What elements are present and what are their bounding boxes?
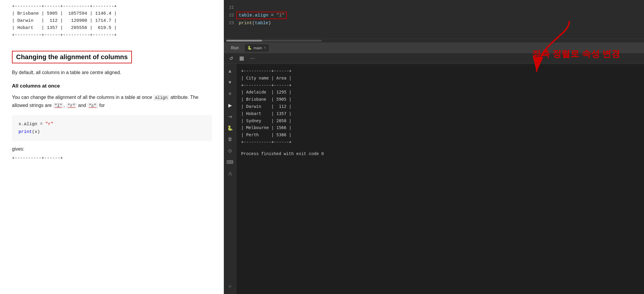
terminal-button[interactable]: ⌨	[225, 157, 235, 167]
tab-close-btn[interactable]: ×	[264, 46, 266, 50]
dot: .	[252, 13, 255, 18]
warning-button[interactable]: ⚠	[225, 169, 235, 178]
scroll-down-button[interactable]: ▼	[225, 78, 235, 87]
code-r: "r"	[66, 103, 77, 109]
run-button[interactable]: ▶	[225, 100, 235, 110]
line-content-23: print(table)	[239, 21, 271, 26]
code-align: align	[153, 95, 169, 101]
string-l: "l"	[276, 13, 284, 18]
python-sidebar-icon[interactable]: 🐍	[225, 123, 235, 133]
bottom-table: +----------+------+	[12, 155, 212, 162]
line-num-23: 23	[224, 21, 239, 25]
code-c: "c"	[87, 103, 98, 109]
python-icon: 🐍	[248, 46, 252, 50]
sub-heading: All columns at once	[12, 83, 212, 89]
play-circle-button[interactable]: ⊙	[225, 146, 235, 155]
more-options-button[interactable]: ⋯	[248, 54, 257, 63]
stop-icon	[240, 56, 244, 61]
scrollbar-track[interactable]	[226, 40, 322, 42]
align-prop: align	[255, 13, 268, 18]
print-fn: print	[239, 21, 252, 26]
code-line-23: 23 print(table)	[224, 19, 644, 27]
git-button[interactable]: ⑂	[225, 282, 235, 292]
terminal-output: +-----------+------+ | City name | Area …	[236, 64, 644, 294]
code-editor: 21 22 table.align = "l" 23 print(table)	[224, 0, 644, 39]
eq: =	[268, 13, 276, 18]
line-content-22: table.align = "l"	[239, 13, 284, 18]
section-heading: Changing the alignment of columns	[12, 51, 132, 63]
left-panel: +----------+------+----------+--------+ …	[0, 0, 224, 294]
refresh-button[interactable]: ↺	[227, 54, 235, 63]
tab-main-label: main	[254, 46, 262, 50]
line-num-22: 22	[224, 13, 239, 18]
gives-text: gives:	[12, 146, 212, 152]
code-lines: 21 22 table.align = "l" 23 print(table)	[224, 0, 644, 30]
terminal-table: +-----------+------+ | City name | Area …	[241, 68, 639, 146]
description-long: You can change the alignment of all the …	[12, 93, 212, 110]
description: By default, all columns in a table are c…	[12, 69, 212, 76]
code-line-1: x.align = "r"	[19, 120, 205, 128]
top-table: +----------+------+----------+--------+ …	[12, 3, 212, 39]
delete-button[interactable]: 🗑	[225, 134, 235, 144]
code-line-2: print(x)	[19, 128, 205, 136]
scroll-up-button[interactable]: ▲	[225, 66, 235, 76]
code-line-22: 22 table.align = "l"	[224, 11, 644, 19]
scrollbar-thumb[interactable]	[226, 40, 262, 42]
code-l: "l"	[53, 103, 64, 109]
code-string-r: "r"	[45, 122, 53, 127]
code-line-21: 21	[224, 4, 644, 11]
right-panel: 21 22 table.align = "l" 23 print(table)	[224, 0, 644, 294]
process-finished: Process finished with exit code 0	[241, 151, 639, 158]
code-print: print	[19, 129, 32, 134]
desc-text-1: You can change the alignment of all the …	[12, 95, 152, 100]
scrollbar-area[interactable]	[224, 39, 644, 42]
sidebar-icons: ▲ ▼ ≡ ▶ ⇥ 🐍 🗑 ⊙ ⌨ ⚠ ⑂	[224, 64, 236, 294]
indent-button[interactable]: ⇥	[225, 112, 235, 121]
desc-for: for	[99, 103, 105, 108]
table-var: table	[239, 13, 252, 18]
line-num-21: 21	[224, 5, 239, 10]
tab-run[interactable]: Run	[227, 44, 242, 52]
filter-button[interactable]: ≡	[225, 89, 235, 99]
stop-button[interactable]	[238, 54, 246, 63]
tab-main[interactable]: 🐍 main ×	[245, 44, 269, 52]
terminal-toolbar: ↺ ⋯	[224, 53, 644, 64]
code-block: x.align = "r" print(x)	[12, 115, 212, 141]
terminal-tabs: Run 🐍 main ×	[224, 42, 644, 53]
content-area: ▲ ▼ ≡ ▶ ⇥ 🐍 🗑 ⊙ ⌨ ⚠ ⑂ +-----------+-----…	[224, 64, 644, 294]
